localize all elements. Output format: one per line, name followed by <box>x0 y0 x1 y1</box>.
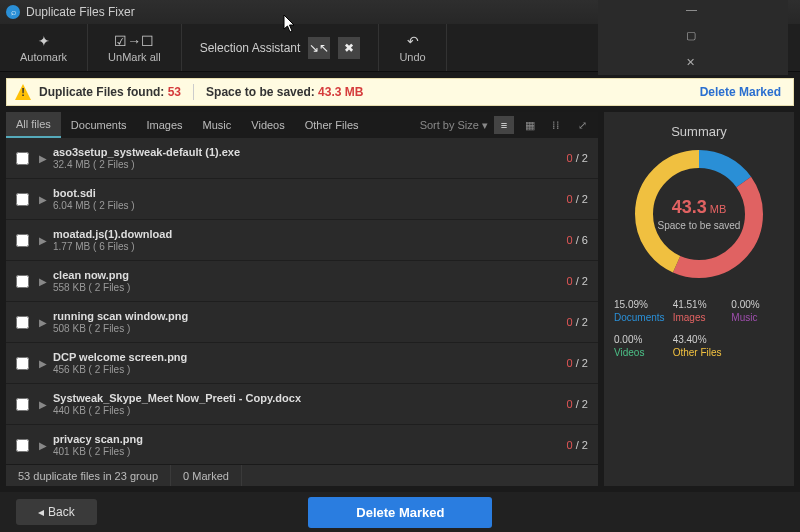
row-checkbox[interactable] <box>16 398 29 411</box>
tab-images[interactable]: Images <box>136 112 192 138</box>
legend-item: 41.51%Images <box>673 299 726 324</box>
expand-icon[interactable]: ▶ <box>39 235 47 246</box>
row-checkbox[interactable] <box>16 234 29 247</box>
selection-ratio: 0 / 2 <box>567 316 588 328</box>
row-checkbox[interactable] <box>16 152 29 165</box>
file-meta: 508 KB ( 2 Files ) <box>53 323 188 334</box>
app-title: Duplicate Files Fixer <box>26 5 135 19</box>
file-meta: 6.04 MB ( 2 Files ) <box>53 200 135 211</box>
file-meta: 456 KB ( 2 Files ) <box>53 364 187 375</box>
legend-item: 15.09%Documents <box>614 299 667 324</box>
legend-item: 0.00%Music <box>731 299 784 324</box>
view-fullscreen-icon[interactable]: ⤢ <box>572 116 592 134</box>
table-row[interactable]: ▶boot.sdi6.04 MB ( 2 Files )0 / 2 <box>6 179 598 220</box>
selection-ratio: 0 / 2 <box>567 275 588 287</box>
status-bar: 53 duplicate files in 23 group 0 Marked <box>6 464 598 486</box>
sort-dropdown[interactable]: Sort by Size ▾ <box>420 119 488 132</box>
tab-music[interactable]: Music <box>193 112 242 138</box>
view-columns-icon[interactable]: ⁞⁞ <box>546 116 566 134</box>
title-bar: ⌕ Duplicate Files Fixer ▦ Action Center … <box>0 0 800 24</box>
file-name: running scan window.png <box>53 310 188 322</box>
expand-icon[interactable]: ▶ <box>39 153 47 164</box>
table-row[interactable]: ▶clean now.png558 KB ( 2 Files )0 / 2 <box>6 261 598 302</box>
file-name: privacy scan.png <box>53 433 143 445</box>
selection-ratio: 0 / 2 <box>567 193 588 205</box>
file-name: moatad.js(1).download <box>53 228 172 240</box>
selection-assistant: Selection Assistant ↘↖ ✖ <box>182 24 380 71</box>
summary-panel: Summary 43.3 MB Space to be saved 15.09%… <box>604 112 794 486</box>
expand-icon[interactable]: ▶ <box>39 440 47 451</box>
view-list-icon[interactable]: ≡ <box>494 116 514 134</box>
tab-documents[interactable]: Documents <box>61 112 137 138</box>
wand-icon: ✦ <box>38 33 50 49</box>
automark-button[interactable]: ✦ Automark <box>0 24 88 71</box>
file-meta: 440 KB ( 2 Files ) <box>53 405 301 416</box>
expand-icon[interactable]: ▶ <box>39 399 47 410</box>
space-saved: 43.3 MB <box>318 85 363 99</box>
info-bar: ! Duplicate Files found: 53 Space to be … <box>6 78 794 106</box>
table-row[interactable]: ▶DCP welcome screen.png456 KB ( 2 Files … <box>6 343 598 384</box>
file-meta: 401 KB ( 2 Files ) <box>53 446 143 457</box>
expand-icon[interactable]: ▶ <box>39 194 47 205</box>
summary-donut-chart: 43.3 MB Space to be saved <box>634 149 764 279</box>
file-list[interactable]: ▶aso3setup_systweak-default (1).exe32.4 … <box>6 138 598 464</box>
file-panel: All files Documents Images Music Videos … <box>6 112 598 486</box>
file-name: boot.sdi <box>53 187 135 199</box>
table-row[interactable]: ▶Systweak_Skype_Meet Now_Preeti - Copy.d… <box>6 384 598 425</box>
selection-ratio: 0 / 2 <box>567 398 588 410</box>
legend-item: 0.00%Videos <box>614 334 667 359</box>
selection-tools-button[interactable]: ✖ <box>338 37 360 59</box>
file-name: clean now.png <box>53 269 130 281</box>
minimize-button[interactable]: ― <box>686 3 700 15</box>
tab-all-files[interactable]: All files <box>6 112 61 138</box>
row-checkbox[interactable] <box>16 193 29 206</box>
unmark-all-button[interactable]: ☑→☐ UnMark all <box>88 24 182 71</box>
file-name: Systweak_Skype_Meet Now_Preeti - Copy.do… <box>53 392 301 404</box>
row-checkbox[interactable] <box>16 357 29 370</box>
back-button[interactable]: ◂ Back <box>16 499 97 525</box>
legend-item: 43.40%Other Files <box>673 334 726 359</box>
status-marked: 0 Marked <box>171 465 242 486</box>
summary-title: Summary <box>671 124 727 139</box>
selection-ratio: 0 / 2 <box>567 357 588 369</box>
expand-icon[interactable]: ▶ <box>39 358 47 369</box>
selection-ratio: 0 / 2 <box>567 152 588 164</box>
selection-ratio: 0 / 6 <box>567 234 588 246</box>
tab-other[interactable]: Other Files <box>295 112 369 138</box>
file-meta: 1.77 MB ( 6 Files ) <box>53 241 172 252</box>
delete-marked-button[interactable]: Delete Marked <box>308 497 492 528</box>
file-name: aso3setup_systweak-default (1).exe <box>53 146 240 158</box>
row-checkbox[interactable] <box>16 316 29 329</box>
bottom-bar: ◂ Back Delete Marked <box>0 492 800 532</box>
selection-swap-button[interactable]: ↘↖ <box>308 37 330 59</box>
tab-videos[interactable]: Videos <box>241 112 294 138</box>
view-grid-icon[interactable]: ▦ <box>520 116 540 134</box>
row-checkbox[interactable] <box>16 439 29 452</box>
table-row[interactable]: ▶running scan window.png508 KB ( 2 Files… <box>6 302 598 343</box>
row-checkbox[interactable] <box>16 275 29 288</box>
expand-icon[interactable]: ▶ <box>39 317 47 328</box>
delete-marked-link[interactable]: Delete Marked <box>700 85 781 99</box>
found-count: 53 <box>168 85 181 99</box>
selection-ratio: 0 / 2 <box>567 439 588 451</box>
filter-tabs: All files Documents Images Music Videos … <box>6 112 598 138</box>
table-row[interactable]: ▶aso3setup_systweak-default (1).exe32.4 … <box>6 138 598 179</box>
file-meta: 32.4 MB ( 2 Files ) <box>53 159 240 170</box>
table-row[interactable]: ▶moatad.js(1).download1.77 MB ( 6 Files … <box>6 220 598 261</box>
table-row[interactable]: ▶privacy scan.png401 KB ( 2 Files )0 / 2 <box>6 425 598 464</box>
expand-icon[interactable]: ▶ <box>39 276 47 287</box>
uncheck-icon: ☑→☐ <box>114 33 154 49</box>
maximize-button[interactable]: ▢ <box>686 29 700 42</box>
undo-icon: ↶ <box>407 33 419 49</box>
close-button[interactable]: ✕ <box>686 56 700 69</box>
summary-legend: 15.09%Documents41.51%Images0.00%Music0.0… <box>614 299 784 359</box>
file-name: DCP welcome screen.png <box>53 351 187 363</box>
warning-icon: ! <box>15 84 31 100</box>
app-logo-icon: ⌕ <box>6 5 20 19</box>
undo-button[interactable]: ↶ Undo <box>379 24 446 71</box>
file-meta: 558 KB ( 2 Files ) <box>53 282 130 293</box>
status-groups: 53 duplicate files in 23 group <box>6 465 171 486</box>
